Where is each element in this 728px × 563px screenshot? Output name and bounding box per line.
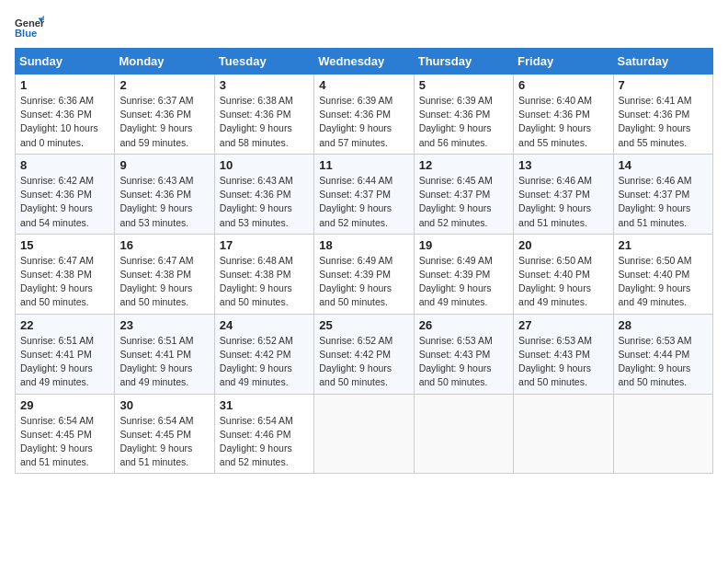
logo-icon: General Blue: [15, 15, 44, 40]
day-number: 18: [319, 238, 408, 252]
day-info: Sunrise: 6:46 AMSunset: 4:37 PMDaylight:…: [518, 174, 608, 230]
calendar-cell: 29Sunrise: 6:54 AMSunset: 4:45 PMDayligh…: [16, 394, 115, 474]
day-info: Sunrise: 6:49 AMSunset: 4:39 PMDaylight:…: [319, 254, 408, 310]
calendar-cell: 26Sunrise: 6:53 AMSunset: 4:43 PMDayligh…: [414, 314, 513, 394]
day-info: Sunrise: 6:53 AMSunset: 4:43 PMDaylight:…: [419, 334, 508, 390]
calendar-cell: 8Sunrise: 6:42 AMSunset: 4:36 PMDaylight…: [16, 154, 115, 234]
calendar-cell: [613, 394, 712, 474]
day-number: 17: [220, 238, 309, 252]
calendar-cell: 20Sunrise: 6:50 AMSunset: 4:40 PMDayligh…: [514, 234, 613, 314]
day-info: Sunrise: 6:37 AMSunset: 4:36 PMDaylight:…: [119, 94, 209, 150]
day-number: 1: [20, 78, 109, 92]
calendar-cell: 24Sunrise: 6:52 AMSunset: 4:42 PMDayligh…: [214, 314, 313, 394]
day-number: 27: [518, 318, 608, 332]
day-info: Sunrise: 6:54 AMSunset: 4:46 PMDaylight:…: [220, 414, 309, 470]
day-number: 10: [220, 158, 309, 172]
day-info: Sunrise: 6:54 AMSunset: 4:45 PMDaylight:…: [119, 414, 209, 470]
calendar-week-2: 8Sunrise: 6:42 AMSunset: 4:36 PMDaylight…: [16, 154, 713, 234]
day-number: 9: [119, 158, 209, 172]
day-number: 11: [319, 158, 408, 172]
day-number: 20: [518, 238, 608, 252]
day-info: Sunrise: 6:45 AMSunset: 4:37 PMDaylight:…: [419, 174, 508, 230]
calendar-week-5: 29Sunrise: 6:54 AMSunset: 4:45 PMDayligh…: [16, 394, 713, 474]
calendar-cell: 22Sunrise: 6:51 AMSunset: 4:41 PMDayligh…: [16, 314, 115, 394]
day-info: Sunrise: 6:53 AMSunset: 4:43 PMDaylight:…: [518, 334, 608, 390]
day-number: 4: [319, 78, 408, 92]
day-info: Sunrise: 6:43 AMSunset: 4:36 PMDaylight:…: [119, 174, 209, 230]
day-number: 23: [119, 318, 209, 332]
day-number: 26: [419, 318, 508, 332]
calendar-header-row: SundayMondayTuesdayWednesdayThursdayFrid…: [16, 49, 713, 75]
page-header: General Blue: [15, 15, 713, 40]
day-info: Sunrise: 6:39 AMSunset: 4:36 PMDaylight:…: [419, 94, 508, 150]
day-number: 30: [119, 398, 209, 412]
day-number: 8: [20, 158, 109, 172]
day-info: Sunrise: 6:47 AMSunset: 4:38 PMDaylight:…: [119, 254, 209, 310]
day-number: 29: [20, 398, 109, 412]
calendar-week-4: 22Sunrise: 6:51 AMSunset: 4:41 PMDayligh…: [16, 314, 713, 394]
day-number: 25: [319, 318, 408, 332]
header-day-sunday: Sunday: [16, 49, 115, 75]
day-info: Sunrise: 6:40 AMSunset: 4:36 PMDaylight:…: [518, 94, 608, 150]
calendar-cell: [414, 394, 513, 474]
calendar-cell: 7Sunrise: 6:41 AMSunset: 4:36 PMDaylight…: [613, 75, 712, 155]
day-info: Sunrise: 6:44 AMSunset: 4:37 PMDaylight:…: [319, 174, 408, 230]
day-number: 24: [220, 318, 309, 332]
day-info: Sunrise: 6:48 AMSunset: 4:38 PMDaylight:…: [220, 254, 309, 310]
calendar-cell: 19Sunrise: 6:49 AMSunset: 4:39 PMDayligh…: [414, 234, 513, 314]
day-number: 16: [119, 238, 209, 252]
day-number: 13: [518, 158, 608, 172]
day-info: Sunrise: 6:49 AMSunset: 4:39 PMDaylight:…: [419, 254, 508, 310]
day-number: 19: [419, 238, 508, 252]
day-info: Sunrise: 6:54 AMSunset: 4:45 PMDaylight:…: [20, 414, 109, 470]
calendar-cell: 6Sunrise: 6:40 AMSunset: 4:36 PMDaylight…: [514, 75, 613, 155]
calendar-table: SundayMondayTuesdayWednesdayThursdayFrid…: [15, 48, 713, 474]
calendar-cell: 16Sunrise: 6:47 AMSunset: 4:38 PMDayligh…: [115, 234, 214, 314]
calendar-week-1: 1Sunrise: 6:36 AMSunset: 4:36 PMDaylight…: [16, 75, 713, 155]
calendar-cell: 11Sunrise: 6:44 AMSunset: 4:37 PMDayligh…: [314, 154, 414, 234]
calendar-cell: 1Sunrise: 6:36 AMSunset: 4:36 PMDaylight…: [16, 75, 115, 155]
day-info: Sunrise: 6:36 AMSunset: 4:36 PMDaylight:…: [20, 94, 109, 150]
day-info: Sunrise: 6:53 AMSunset: 4:44 PMDaylight:…: [619, 334, 708, 390]
day-info: Sunrise: 6:51 AMSunset: 4:41 PMDaylight:…: [20, 334, 109, 390]
day-info: Sunrise: 6:41 AMSunset: 4:36 PMDaylight:…: [619, 94, 708, 150]
header-day-monday: Monday: [115, 49, 214, 75]
day-number: 14: [619, 158, 708, 172]
calendar-cell: 12Sunrise: 6:45 AMSunset: 4:37 PMDayligh…: [414, 154, 513, 234]
header-day-friday: Friday: [514, 49, 613, 75]
day-number: 22: [20, 318, 109, 332]
header-day-wednesday: Wednesday: [314, 49, 414, 75]
day-info: Sunrise: 6:38 AMSunset: 4:36 PMDaylight:…: [220, 94, 309, 150]
calendar-cell: 15Sunrise: 6:47 AMSunset: 4:38 PMDayligh…: [16, 234, 115, 314]
day-info: Sunrise: 6:43 AMSunset: 4:36 PMDaylight:…: [220, 174, 309, 230]
calendar-cell: 18Sunrise: 6:49 AMSunset: 4:39 PMDayligh…: [314, 234, 414, 314]
calendar-week-3: 15Sunrise: 6:47 AMSunset: 4:38 PMDayligh…: [16, 234, 713, 314]
day-number: 2: [119, 78, 209, 92]
calendar-cell: 28Sunrise: 6:53 AMSunset: 4:44 PMDayligh…: [613, 314, 712, 394]
calendar-cell: 31Sunrise: 6:54 AMSunset: 4:46 PMDayligh…: [214, 394, 313, 474]
calendar-cell: 3Sunrise: 6:38 AMSunset: 4:36 PMDaylight…: [214, 75, 313, 155]
day-info: Sunrise: 6:52 AMSunset: 4:42 PMDaylight:…: [319, 334, 408, 390]
calendar-cell: 4Sunrise: 6:39 AMSunset: 4:36 PMDaylight…: [314, 75, 414, 155]
day-info: Sunrise: 6:42 AMSunset: 4:36 PMDaylight:…: [20, 174, 109, 230]
day-number: 31: [220, 398, 309, 412]
calendar-cell: 10Sunrise: 6:43 AMSunset: 4:36 PMDayligh…: [214, 154, 313, 234]
header-day-saturday: Saturday: [613, 49, 712, 75]
day-info: Sunrise: 6:52 AMSunset: 4:42 PMDaylight:…: [220, 334, 309, 390]
calendar-cell: 30Sunrise: 6:54 AMSunset: 4:45 PMDayligh…: [115, 394, 214, 474]
logo: General Blue: [15, 15, 48, 40]
calendar-cell: 23Sunrise: 6:51 AMSunset: 4:41 PMDayligh…: [115, 314, 214, 394]
day-number: 3: [220, 78, 309, 92]
calendar-cell: 17Sunrise: 6:48 AMSunset: 4:38 PMDayligh…: [214, 234, 313, 314]
day-number: 28: [619, 318, 708, 332]
svg-text:Blue: Blue: [15, 28, 37, 39]
day-info: Sunrise: 6:39 AMSunset: 4:36 PMDaylight:…: [319, 94, 408, 150]
day-number: 5: [419, 78, 508, 92]
header-day-thursday: Thursday: [414, 49, 513, 75]
calendar-cell: 5Sunrise: 6:39 AMSunset: 4:36 PMDaylight…: [414, 75, 513, 155]
calendar-cell: [314, 394, 414, 474]
calendar-cell: 25Sunrise: 6:52 AMSunset: 4:42 PMDayligh…: [314, 314, 414, 394]
calendar-cell: [514, 394, 613, 474]
calendar-cell: 9Sunrise: 6:43 AMSunset: 4:36 PMDaylight…: [115, 154, 214, 234]
day-info: Sunrise: 6:51 AMSunset: 4:41 PMDaylight:…: [119, 334, 209, 390]
